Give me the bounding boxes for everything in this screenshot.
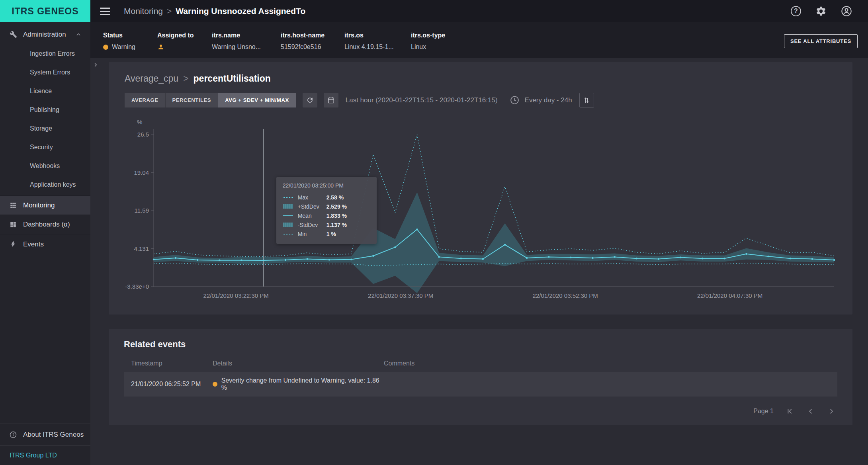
tooltip-series-label: Min xyxy=(298,231,326,237)
title-separator: > xyxy=(183,73,188,84)
tooltip-series-label: +StdDev xyxy=(298,203,326,210)
lightning-bolt-icon xyxy=(9,240,18,249)
tooltip-series-value: 1.137 % xyxy=(326,222,347,228)
cpu-utilisation-chart[interactable]: 26.519.0411.594.131-3.33e+022/01/2020 03… xyxy=(120,117,841,304)
attribute-label: itrs.name xyxy=(212,32,281,39)
attribute-value: Linux 4.19.15-1... xyxy=(344,43,394,51)
attribute-value: Linux xyxy=(411,43,426,51)
attribute-status: Status Warning xyxy=(103,32,157,51)
sidebar-item-dashboards[interactable]: Dashboards (α) xyxy=(0,215,90,234)
svg-text:26.5: 26.5 xyxy=(137,131,149,138)
svg-text:4.131: 4.131 xyxy=(134,245,149,252)
column-header-timestamp: Timestamp xyxy=(131,360,213,367)
about-label: About ITRS Geneos xyxy=(23,431,84,439)
sidebar-item-monitoring[interactable]: Monitoring xyxy=(0,195,90,215)
company-link[interactable]: ITRS Group LTD xyxy=(0,445,90,465)
svg-text:19.04: 19.04 xyxy=(134,169,149,176)
first-page-icon[interactable] xyxy=(786,407,794,416)
sidebar-item-about[interactable]: About ITRS Geneos xyxy=(0,424,90,445)
next-page-icon[interactable] xyxy=(827,407,836,416)
attribute-value: Warning xyxy=(112,43,135,51)
aggregation-button-group: AVERAGE PERCENTILES AVG + SDEV + MIN/MAX xyxy=(125,93,296,107)
calendar-button[interactable] xyxy=(324,93,338,107)
tooltip-row-min: Min 1 % xyxy=(283,229,370,238)
avg-sdev-minmax-button[interactable]: AVG + SDEV + MIN/MAX xyxy=(218,93,296,107)
settings-gear-icon[interactable] xyxy=(815,6,827,17)
tooltip-series-value: 1.833 % xyxy=(326,213,347,219)
top-bar: ITRS GENEOS Monitoring > Warning Unsnooz… xyxy=(0,0,868,22)
svg-text:11.59: 11.59 xyxy=(135,207,149,214)
pagination: Page 1 xyxy=(120,407,836,416)
main-content: Average_cpu > percentUtilisation AVERAGE… xyxy=(90,58,868,465)
sidebar-item-events[interactable]: Events xyxy=(0,234,90,254)
dashboard-icon xyxy=(9,220,18,229)
attribute-os: itrs.os Linux 4.19.15-1... xyxy=(344,32,411,51)
attribute-itrs-name: itrs.name Warning Unsno... xyxy=(212,32,281,51)
sidebar-item-label: Administration xyxy=(23,31,66,39)
sidebar-item-licence[interactable]: Licence xyxy=(0,82,90,100)
warning-severity-dot-icon xyxy=(213,382,217,387)
previous-page-icon[interactable] xyxy=(806,407,815,416)
attribute-label: Status xyxy=(103,32,157,39)
see-all-attributes-button[interactable]: SEE ALL ATTRIBUTES xyxy=(784,34,858,48)
attribute-assigned-to: Assigned to xyxy=(157,32,212,51)
attribute-label: itrs.os-type xyxy=(411,32,475,39)
user-avatar-icon[interactable] xyxy=(841,6,852,17)
sidebar-item-label: Events xyxy=(23,240,44,248)
help-icon[interactable]: ? xyxy=(791,6,801,16)
chart-title: Average_cpu > percentUtilisation xyxy=(125,73,841,84)
svg-text:22/01/2020 03:22:30 PM: 22/01/2020 03:22:30 PM xyxy=(203,292,269,299)
sidebar-item-security[interactable]: Security xyxy=(0,138,90,156)
sidebar-item-publishing[interactable]: Publishing xyxy=(0,100,90,119)
sidebar-spacer xyxy=(0,254,90,424)
tooltip-series-label: Max xyxy=(298,194,326,201)
average-button[interactable]: AVERAGE xyxy=(125,93,166,107)
attribute-os-type: itrs.os-type Linux xyxy=(411,32,475,51)
event-timestamp: 21/01/2020 06:25:52 PM xyxy=(131,381,213,388)
wrench-icon xyxy=(9,30,18,39)
metric-chart-panel: Average_cpu > percentUtilisation AVERAGE… xyxy=(109,62,852,315)
svg-text:22/01/2020 03:37:30 PM: 22/01/2020 03:37:30 PM xyxy=(368,292,433,299)
page-indicator: Page 1 xyxy=(753,408,774,415)
sidebar-expander-chevron-icon[interactable] xyxy=(91,59,100,71)
dataview-name: Average_cpu xyxy=(125,73,178,84)
tooltip-series-label: Mean xyxy=(298,213,326,219)
column-header-comments: Comments xyxy=(384,360,837,367)
menu-icon[interactable] xyxy=(100,6,110,17)
percentiles-button[interactable]: PERCENTILES xyxy=(166,93,219,107)
breadcrumb-separator: > xyxy=(167,6,172,16)
assignee-person-icon[interactable] xyxy=(157,43,164,51)
chart-area: 26.519.0411.594.131-3.33e+022/01/2020 03… xyxy=(120,117,841,304)
svg-text:22/01/2020 03:52:30 PM: 22/01/2020 03:52:30 PM xyxy=(533,292,598,299)
sidebar-item-system-errors[interactable]: System Errors xyxy=(0,63,90,82)
events-table: Timestamp Details Comments 21/01/2020 06… xyxy=(124,358,837,397)
related-events-title: Related events xyxy=(124,339,841,350)
warning-status-dot-icon xyxy=(103,45,108,50)
app-logo: ITRS GENEOS xyxy=(0,0,90,22)
attribute-host-name: itrs.host-name 51592fc0e516 xyxy=(281,32,344,51)
sidebar-item-administration[interactable]: Administration xyxy=(0,25,90,44)
sidebar-item-storage[interactable]: Storage xyxy=(0,119,90,138)
split-axis-button[interactable] xyxy=(579,93,594,107)
sidebar-item-ingestion-errors[interactable]: Ingestion Errors xyxy=(0,44,90,63)
table-row[interactable]: 21/01/2020 06:25:52 PM Severity change f… xyxy=(124,372,837,397)
related-events-panel: Related events Timestamp Details Comment… xyxy=(109,329,852,425)
chart-tooltip: 22/01/2020 03:25:00 PM Max 2.58 % +StdDe… xyxy=(276,177,377,244)
max-line-swatch-icon xyxy=(283,197,293,198)
schedule-clock-icon[interactable] xyxy=(510,95,520,106)
tooltip-series-label: -StdDev xyxy=(298,222,326,228)
tooltip-row-plus-stdev: +StdDev 2.529 % xyxy=(283,202,370,211)
attribute-label: itrs.host-name xyxy=(281,32,344,39)
sidebar: Administration Ingestion Errors System E… xyxy=(0,22,90,465)
svg-text:%: % xyxy=(137,119,142,125)
svg-text:-3.33e+0: -3.33e+0 xyxy=(125,283,149,290)
sidebar-item-webhooks[interactable]: Webhooks xyxy=(0,156,90,175)
breadcrumb-section[interactable]: Monitoring xyxy=(124,6,163,16)
tooltip-series-value: 2.529 % xyxy=(326,203,347,210)
sidebar-item-application-keys[interactable]: Application keys xyxy=(0,175,90,194)
refresh-button[interactable] xyxy=(303,93,317,107)
sidebar-item-label: Dashboards (α) xyxy=(23,221,70,229)
breadcrumb-page-title: Warning Unsnoozed AssignedTo xyxy=(176,6,305,16)
breadcrumb: Monitoring > Warning Unsnoozed AssignedT… xyxy=(124,6,305,16)
column-header-details: Details xyxy=(213,360,384,367)
